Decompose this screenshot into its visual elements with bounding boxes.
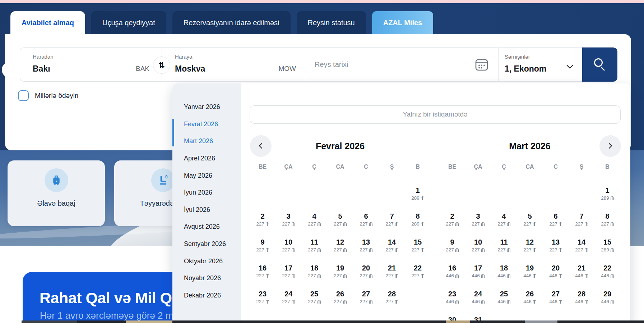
month-list-item[interactable]: Dekabr 2026 xyxy=(172,287,241,304)
calendar-day[interactable]: 15289 xyxy=(594,235,620,261)
calendar-day[interactable]: 14227 xyxy=(569,235,594,261)
calendar-day[interactable]: 25446 xyxy=(491,287,517,313)
calendar-day[interactable]: 7227 xyxy=(569,209,594,235)
manat-currency-icon xyxy=(292,248,295,252)
month-list-item[interactable]: Noyabr 2026 xyxy=(172,270,241,287)
calendar-day[interactable]: 3227 xyxy=(465,209,491,235)
calendar-day[interactable]: 7227 xyxy=(379,209,405,235)
calendar-day[interactable]: 21446 xyxy=(569,261,594,287)
month-list-item[interactable]: Yanvar 2026 xyxy=(172,99,241,116)
tab-aviabilet-almaq[interactable]: Aviabilet almaq xyxy=(10,11,85,36)
calendar-day[interactable]: 22446 xyxy=(594,261,620,287)
calendar-day[interactable]: 5227 xyxy=(517,209,543,235)
pay-with-miles-option[interactable]: Millərlə ödəyin xyxy=(18,90,78,101)
month-list-item[interactable]: Mart 2026 xyxy=(172,133,241,150)
month-list-item[interactable]: Oktyabr 2026 xyxy=(172,253,241,270)
calendar-day[interactable]: 8227 xyxy=(594,209,620,235)
calendar-day[interactable]: 11227 xyxy=(491,235,517,261)
calendar-day[interactable]: 15227 xyxy=(405,235,431,261)
month-list-item[interactable]: Fevral 2026 xyxy=(172,116,241,133)
calendar-day[interactable]: 4227 xyxy=(301,209,327,235)
to-field-value[interactable]: Moskva xyxy=(175,64,205,74)
calendar-day[interactable]: 27446 xyxy=(543,287,569,313)
calendar-day[interactable]: 12227 xyxy=(327,235,353,261)
calendar-day[interactable]: 12227 xyxy=(517,235,543,261)
manat-currency-icon xyxy=(343,274,347,278)
tab-azal-miles[interactable]: AZAL Miles xyxy=(372,11,434,34)
day-fare-price: 227 xyxy=(379,246,405,253)
month-list-item[interactable]: May 2026 xyxy=(172,167,241,184)
calendar-day[interactable]: 13227 xyxy=(543,235,569,261)
calendar-day[interactable]: 9227 xyxy=(439,235,465,261)
calendar-day[interactable]: 27227 xyxy=(353,287,379,313)
search-flights-button[interactable] xyxy=(582,47,617,82)
calendar-day[interactable]: 9227 xyxy=(250,235,275,261)
tab-u-u-a-qeydiyyat[interactable]: Uçuşa qeydiyyat xyxy=(91,11,166,34)
calendar-day[interactable]: 23446 xyxy=(439,287,465,313)
calendar-day[interactable]: 10227 xyxy=(275,235,301,261)
calendar-day[interactable]: 1289 xyxy=(594,183,620,209)
calendar-day[interactable]: 16227 xyxy=(250,261,275,287)
day-number: 17 xyxy=(465,264,491,272)
calendar-day[interactable]: 28446 xyxy=(569,287,594,313)
calendar-day[interactable]: 3227 xyxy=(275,209,301,235)
calendar-day[interactable]: 2227 xyxy=(439,209,465,235)
month-list-item[interactable]: Avqust 2026 xyxy=(172,218,241,236)
calendar-day[interactable]: 26227 xyxy=(327,287,353,313)
manat-currency-icon xyxy=(292,300,295,304)
calendar-day[interactable]: 23227 xyxy=(250,287,275,313)
calendar-day[interactable]: 18227 xyxy=(301,261,327,287)
calendar-day[interactable]: 26446 xyxy=(517,287,543,313)
tab-rezervasiyan-n-idar-edilm-si[interactable]: Rezervasiyanın idarə edilməsi xyxy=(172,11,291,34)
calendar-day[interactable]: 28227 xyxy=(379,287,405,313)
calendar-day[interactable]: 17446 xyxy=(465,261,491,287)
calendar-day[interactable]: 6227 xyxy=(353,209,379,235)
month-list-item[interactable]: İyul 2026 xyxy=(172,201,241,219)
weekday-label: CA xyxy=(327,162,353,172)
calendar-day[interactable]: 10227 xyxy=(465,235,491,261)
month-list-item[interactable]: İyun 2026 xyxy=(172,184,241,201)
month-list-item[interactable]: Aprel 2026 xyxy=(172,150,241,167)
calendar-day[interactable]: 4227 xyxy=(491,209,517,235)
calendar-day[interactable]: 17227 xyxy=(275,261,301,287)
manat-currency-icon xyxy=(369,222,372,226)
calendar-day[interactable]: 20227 xyxy=(353,261,379,287)
day-number: 7 xyxy=(569,212,594,220)
swap-direction-button[interactable]: ⇄ xyxy=(153,56,170,74)
month-list-item[interactable]: Sentyabr 2026 xyxy=(172,236,241,253)
day-fare-price: 227 xyxy=(517,246,543,253)
empty-day-cell xyxy=(543,183,569,209)
calendar-day[interactable]: 14227 xyxy=(379,235,405,261)
calendar-day[interactable]: 6227 xyxy=(543,209,569,235)
calendar-day[interactable]: 19227 xyxy=(327,261,353,287)
empty-day-cell xyxy=(379,183,405,209)
calendar-day[interactable]: 18446 xyxy=(491,261,517,287)
calendar-day[interactable]: 20446 xyxy=(543,261,569,287)
calendar-day[interactable]: 5227 xyxy=(327,209,353,235)
date-field[interactable]: Reys tarixi xyxy=(315,48,348,81)
calendar-day[interactable]: 16446 xyxy=(439,261,465,287)
calendar-day[interactable]: 25227 xyxy=(301,287,327,313)
empty-day-cell xyxy=(569,183,594,209)
calendar-day[interactable]: 22227 xyxy=(405,261,431,287)
calendar-day[interactable]: 24446 xyxy=(465,287,491,313)
chevron-down-icon[interactable] xyxy=(566,62,573,68)
calendar-day[interactable]: 8289 xyxy=(405,209,431,235)
calendar-day[interactable]: 24227 xyxy=(275,287,301,313)
tab-reysin-statusu[interactable]: Reysin statusu xyxy=(297,11,366,34)
manat-currency-icon xyxy=(533,248,536,252)
pay-with-miles-checkbox[interactable] xyxy=(18,90,29,101)
calendar-day[interactable]: 2227 xyxy=(250,209,275,235)
icon-circle xyxy=(45,168,68,192)
calendar-day[interactable]: 21227 xyxy=(379,261,405,287)
calendar-day[interactable]: 19446 xyxy=(517,261,543,287)
calendar-day[interactable]: 13227 xyxy=(353,235,379,261)
calendar-day[interactable]: 1289 xyxy=(405,183,431,209)
from-field-value[interactable]: Bakı xyxy=(33,64,50,74)
calendar-day[interactable]: 29446 xyxy=(594,287,620,313)
calendar-day-grid: 1289222732274227522762277227828992271022… xyxy=(250,183,431,313)
passengers-field-value[interactable]: 1, Ekonom xyxy=(505,64,546,74)
extra-baggage-card[interactable]: Əlavə baqaj xyxy=(8,160,105,226)
calendar-day[interactable]: 11227 xyxy=(301,235,327,261)
calendar-icon[interactable] xyxy=(475,59,488,71)
